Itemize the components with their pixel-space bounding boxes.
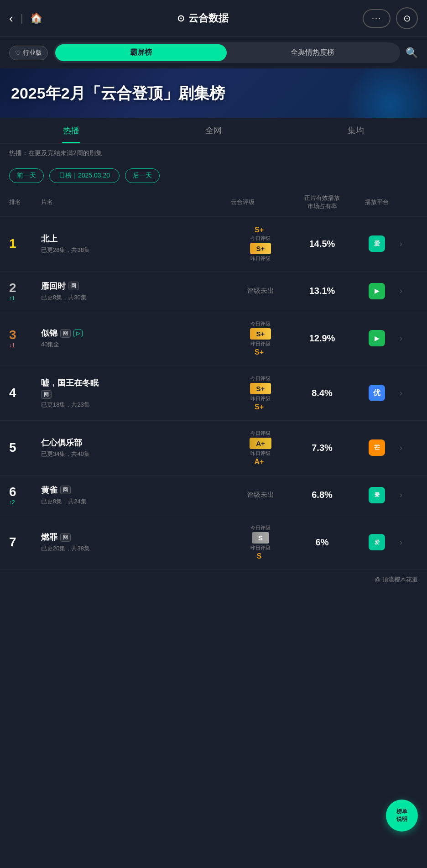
more-button[interactable]: ···: [363, 9, 391, 28]
rating-yest-label: 昨日评级: [250, 255, 271, 262]
list-item[interactable]: 7 燃罪 网 已更20集，共38集 今日评级 S 昨日评级 S 6% 爱: [0, 515, 427, 570]
list-item[interactable]: 3 ↓1 似锦 网 ▷ 40集全 今日评级 S+ 昨日评级 S+ 12.9%: [0, 311, 427, 366]
rank-number: 7: [9, 535, 16, 549]
arrow-col: ›: [400, 286, 418, 296]
platform-col: 爱: [354, 487, 400, 503]
rating-no: 评级未出: [247, 287, 274, 295]
sub-tab-episode-avg[interactable]: 集均: [285, 118, 427, 143]
market-share-col: 13.1%: [290, 286, 354, 296]
drama-title: 黄雀 网: [41, 485, 231, 496]
tag-net: 网: [60, 329, 71, 338]
rating-col: S+ 今日评级 S+ 昨日评级: [231, 226, 290, 262]
main-tab-group: 霸屏榜 全舆情热度榜: [53, 42, 400, 63]
rank-change: ↓1: [9, 342, 15, 349]
tab-basheng[interactable]: 霸屏榜: [55, 44, 227, 61]
list-item[interactable]: 4 嘘，国王在冬眠 网 已更18集，共23集 今日评级 S+ 昨日评级 S+ 8…: [0, 366, 427, 421]
platform-icon: ▶: [369, 330, 385, 346]
rating-today-badge: A+: [250, 438, 271, 449]
chevron-right-icon: ›: [400, 443, 402, 452]
rating-grade: S: [257, 552, 262, 560]
rating-grade: S+: [255, 226, 264, 234]
rating-col: 评级未出: [231, 491, 290, 499]
current-date: 日榜｜2025.03.20: [49, 168, 120, 183]
arrow-col: ›: [400, 538, 418, 547]
market-share: 8.4%: [312, 388, 333, 398]
rank-col: 4: [9, 386, 41, 400]
next-day-button[interactable]: 后一天: [125, 168, 160, 183]
market-share: 13.1%: [309, 286, 335, 296]
rating-today-badge: S+: [250, 328, 271, 340]
drama-list: 1 北上 已更28集，共38集 S+ 今日评级 S+ 昨日评级 14.5% 爱 …: [0, 217, 427, 570]
date-nav: 前一天 日榜｜2025.03.20 后一天: [0, 163, 427, 188]
platform-col: ▶: [354, 330, 400, 346]
rating-grade: S+: [255, 403, 264, 411]
col-rating-header: 云合评级: [231, 198, 290, 206]
list-item[interactable]: 6 ↑2 黄雀 网 已更8集，共24集 评级未出 6.8% 爱 ›: [0, 476, 427, 515]
back-button[interactable]: ‹: [9, 11, 13, 26]
rating-yest-label: 昨日评级: [250, 450, 271, 457]
rating-col: 今日评级 S 昨日评级 S: [231, 524, 290, 560]
industry-badge-label: 行业版: [23, 49, 42, 57]
drama-info: 北上 已更28集，共38集: [41, 233, 231, 254]
rating-today-label: 今日评级: [250, 320, 271, 327]
header-right: ··· ⊙: [363, 7, 418, 29]
search-button[interactable]: 🔍: [406, 47, 418, 59]
home-icon[interactable]: 🏠: [30, 12, 42, 24]
drama-info: 嘘，国王在冬眠 网 已更18集，共23集: [41, 377, 231, 409]
rank-number: 3: [9, 328, 16, 342]
chevron-right-icon: ›: [400, 286, 402, 295]
list-item[interactable]: 2 ↑1 雁回时 网 已更8集，共30集 评级未出 13.1% ▶ ›: [0, 272, 427, 311]
platform-icon: 爱: [369, 235, 385, 252]
rating-col: 评级未出: [231, 287, 290, 295]
drama-sub: 已更34集，共40集: [41, 450, 231, 458]
drama-title: 北上: [41, 233, 231, 244]
chevron-right-icon: ›: [400, 538, 402, 547]
rating-today-label: 今日评级: [250, 235, 271, 242]
drama-title: 嘘，国王在冬眠: [41, 377, 231, 388]
arrow-col: ›: [400, 334, 418, 343]
drama-info: 黄雀 网 已更8集，共24集: [41, 485, 231, 506]
rating-today-label: 今日评级: [250, 524, 271, 531]
tag-net: 网: [68, 282, 79, 290]
rank-number: 4: [9, 386, 16, 400]
rating-col: 今日评级 A+ 昨日评级 A+: [231, 430, 290, 466]
market-share: 7.3%: [312, 443, 333, 453]
col-rank-header: 排名: [9, 198, 41, 206]
platform-col: ▶: [354, 283, 400, 299]
drama-sub: 已更20集，共38集: [41, 544, 231, 553]
arrow-col: ›: [400, 490, 418, 500]
rating-no: 评级未出: [247, 491, 274, 499]
col-title-header: 片名: [41, 198, 231, 206]
tab-yuqing[interactable]: 全舆情热度榜: [227, 44, 398, 61]
rating-today-badge: S: [252, 532, 269, 544]
tag-net: 网: [41, 390, 52, 399]
list-item[interactable]: 1 北上 已更28集，共38集 S+ 今日评级 S+ 昨日评级 14.5% 爱 …: [0, 217, 427, 272]
rating-grade: A+: [255, 458, 264, 466]
industry-badge[interactable]: ♡ 行业版: [9, 46, 48, 60]
rating-col: 今日评级 S+ 昨日评级 S+: [231, 375, 290, 411]
sub-tab-hotplay[interactable]: 热播: [0, 118, 142, 143]
prev-day-button[interactable]: 前一天: [9, 168, 44, 183]
platform-icon: 爱: [369, 534, 385, 550]
list-item[interactable]: 5 仁心俱乐部 已更34集，共40集 今日评级 A+ 昨日评级 A+ 7.3% …: [0, 421, 427, 476]
platform-icon: ▶: [369, 283, 385, 299]
rating-today-badge: S+: [250, 383, 271, 394]
rank-col: 1: [9, 236, 41, 251]
camera-button[interactable]: ⊙: [396, 7, 418, 29]
weibo-text: @ 顶流樱木花道: [375, 576, 418, 583]
drama-sub: 已更8集，共24集: [41, 497, 231, 506]
drama-title-tag: 网: [41, 390, 231, 399]
drama-info: 燃罪 网 已更20集，共38集: [41, 532, 231, 553]
drama-title: 燃罪 网: [41, 532, 231, 543]
chevron-right-icon: ›: [400, 239, 402, 248]
rank-number: 2: [9, 281, 16, 295]
platform-icon: 优: [369, 385, 385, 401]
float-explanation-button[interactable]: 榜单说明: [386, 800, 418, 831]
info-bar: 热播：在更及完结未满2周的剧集: [0, 144, 427, 163]
platform-col: 爱: [354, 534, 400, 550]
sub-tab-allnet[interactable]: 全网: [142, 118, 285, 143]
platform-col: 芒: [354, 439, 400, 456]
rating-today-label: 今日评级: [250, 375, 271, 382]
sub-tabs: 热播 全网 集均: [0, 118, 427, 144]
header: ‹ | 🏠 ⊙ 云合数据 ··· ⊙: [0, 0, 427, 37]
